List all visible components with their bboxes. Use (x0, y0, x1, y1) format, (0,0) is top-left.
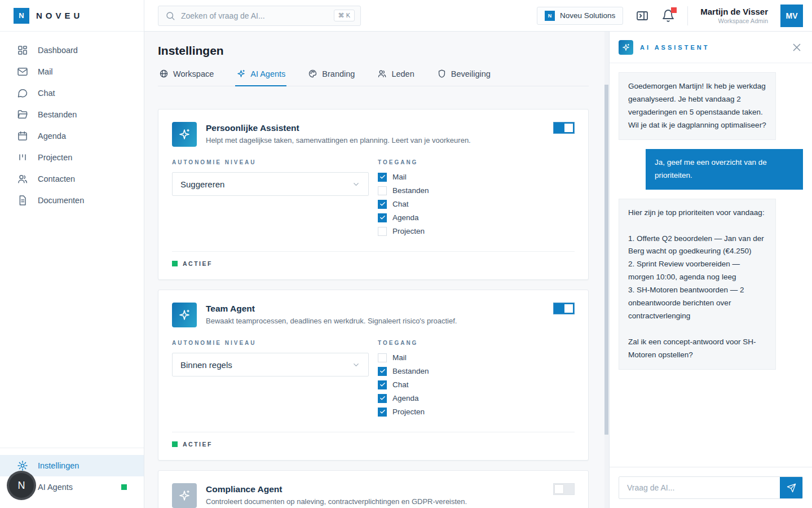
agent-enabled-toggle[interactable] (553, 483, 575, 495)
agent-sparkle-icon (172, 122, 197, 147)
chat-icon (17, 87, 28, 99)
access-checkbox-chat[interactable]: Chat (378, 199, 575, 209)
search-input[interactable] (181, 11, 328, 20)
sidebar-item-label: Chat (38, 89, 55, 98)
agent-status-label: ACTIEF (183, 260, 213, 267)
access-checkbox-chat[interactable]: Chat (378, 380, 575, 389)
access-checkbox-bestanden[interactable]: Bestanden (378, 186, 575, 195)
tab-ai-agents[interactable]: AI Agents (235, 69, 286, 86)
access-checkbox-agenda[interactable]: Agenda (378, 213, 575, 222)
checkbox-checked[interactable] (378, 173, 387, 182)
autonomy-column: AUTONOMIE NIVEAUSuggereren (172, 159, 369, 240)
ai-sparkle-icon (619, 40, 633, 55)
send-icon (787, 483, 796, 493)
brand-logo-badge: N (14, 8, 29, 24)
ai-assistant-panel: AI ASSISTENT Goedemorgen Martijn! Ik heb… (609, 32, 812, 508)
toggle-knob (555, 485, 563, 493)
sidebar-item-dashboard[interactable]: Dashboard (0, 40, 144, 61)
sidebar-item-projecten[interactable]: Projecten (0, 147, 144, 168)
brand-logo[interactable]: N NOVEU (0, 0, 144, 32)
user-name: Martijn de Visser (700, 7, 768, 16)
sidebar-item-label: Agenda (38, 132, 66, 141)
panel-toggle-icon[interactable] (636, 9, 649, 23)
projects-icon (17, 152, 28, 163)
sidebar-item-bestanden[interactable]: Bestanden (0, 104, 144, 125)
access-checkbox-bestanden[interactable]: Bestanden (378, 366, 575, 376)
sidebar-item-agenda[interactable]: Agenda (0, 125, 144, 147)
user-menu[interactable]: Martijn de Visser Workspace Admin (700, 7, 768, 24)
notification-badge (671, 7, 677, 13)
access-checkbox-mail[interactable]: Mail (378, 353, 575, 362)
sidebar-item-mail[interactable]: Mail (0, 61, 144, 82)
autonomy-select[interactable]: Suggereren (172, 172, 369, 196)
tab-workspace[interactable]: Workspace (158, 69, 215, 86)
autonomy-select[interactable]: Binnen regels (172, 353, 369, 376)
access-checkbox-agenda[interactable]: Agenda (378, 393, 575, 403)
agent-card-header: Team AgentBewaakt teamprocessen, deadlin… (172, 303, 575, 327)
checkbox-checked[interactable] (378, 200, 387, 209)
sidebar-item-chat[interactable]: Chat (0, 82, 144, 104)
checkbox-unchecked[interactable] (378, 353, 387, 362)
check-icon (379, 214, 386, 221)
tab-label: Leden (391, 69, 414, 78)
chat-message-assistant: Goedemorgen Martijn! Ik heb je werkdag g… (619, 72, 776, 140)
tab-beveiliging[interactable]: Beveiliging (436, 69, 492, 86)
checkbox-checked[interactable] (378, 408, 387, 417)
agent-status-row: ACTIEF (172, 432, 575, 448)
gear-icon (17, 460, 28, 471)
check-icon (379, 201, 386, 207)
check-icon (379, 174, 386, 180)
access-checkbox-projecten[interactable]: Projecten (378, 407, 575, 417)
access-checkbox-projecten[interactable]: Projecten (378, 226, 575, 236)
access-option-label: Projecten (392, 408, 425, 416)
checkbox-unchecked[interactable] (378, 186, 387, 195)
sidebar-item-label: Documenten (38, 196, 84, 205)
global-search[interactable]: ⌘ K (158, 6, 361, 26)
scrollbar-thumb[interactable] (604, 85, 608, 435)
checkbox-checked[interactable] (378, 394, 387, 403)
check-icon (379, 395, 386, 401)
ai-prompt-input[interactable] (619, 483, 780, 492)
access-option-label: Agenda (392, 213, 419, 222)
autonomy-selected-value: Suggereren (180, 179, 224, 189)
checkbox-checked[interactable] (378, 380, 387, 389)
agent-description: Bewaakt teamprocessen, deadlines en werk… (206, 317, 457, 325)
checkbox-checked[interactable] (378, 367, 387, 376)
close-icon[interactable] (791, 41, 803, 54)
floating-widget-button[interactable]: N (9, 473, 34, 498)
agent-description: Controleert documenten op naleving, cont… (206, 497, 467, 506)
agent-name: Persoonlijke Assistent (206, 122, 471, 133)
org-label: Noveu Solutions (560, 11, 615, 20)
agent-card-titles: Compliance AgentControleert documenten o… (206, 483, 467, 506)
agent-enabled-toggle[interactable] (553, 122, 575, 134)
check-icon (379, 409, 386, 415)
tab-leden[interactable]: Leden (376, 69, 415, 86)
agent-cards: Persoonlijke AssistentHelpt met dagelijk… (158, 109, 589, 508)
tab-branding[interactable]: Branding (307, 69, 356, 86)
access-checkbox-mail[interactable]: Mail (378, 172, 575, 182)
sidebar-item-label: Mail (38, 67, 53, 76)
agent-card: Compliance AgentControleert documenten o… (158, 470, 589, 508)
header-divider (687, 6, 688, 25)
org-switcher-button[interactable]: N Noveu Solutions (537, 7, 623, 25)
checkbox-checked[interactable] (378, 213, 387, 222)
agent-card-titles: Team AgentBewaakt teamprocessen, deadlin… (206, 303, 457, 325)
sidebar-item-label: Contacten (38, 174, 75, 183)
search-icon (165, 11, 175, 21)
checkbox-unchecked[interactable] (378, 227, 387, 236)
agent-status-label: ACTIEF (183, 441, 213, 448)
agent-card-header: Persoonlijke AssistentHelpt met dagelijk… (172, 122, 575, 147)
send-button[interactable] (780, 476, 802, 499)
user-role: Workspace Admin (700, 17, 768, 24)
access-column: TOEGANGMailBestandenChatAgendaProjecten (378, 340, 575, 421)
main-scrollbar[interactable] (604, 32, 609, 508)
autonomy-label: AUTONOMIE NIVEAU (172, 159, 369, 165)
agent-status-row: ACTIEF (172, 251, 575, 267)
sidebar-item-documenten[interactable]: Documenten (0, 190, 144, 211)
notifications-bell-icon[interactable] (661, 9, 675, 23)
sidebar-item-contacten[interactable]: Contacten (0, 168, 144, 190)
avatar[interactable]: MV (780, 5, 803, 27)
access-option-label: Chat (392, 380, 409, 389)
agent-enabled-toggle[interactable] (553, 303, 575, 314)
org-badge: N (545, 11, 555, 21)
